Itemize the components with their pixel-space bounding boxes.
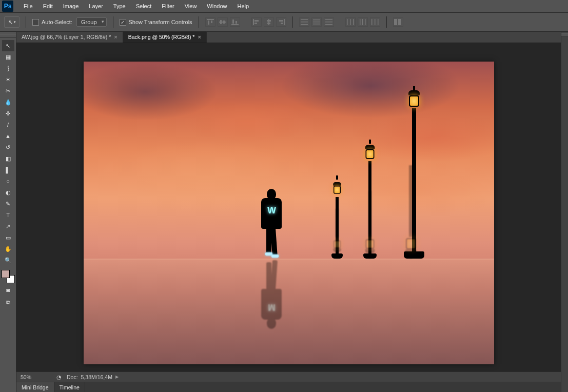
pen-tool[interactable]: ✎ xyxy=(2,198,14,209)
tab-document-2[interactable]: Back.png @ 50% (RGB/8) * × xyxy=(123,31,207,43)
menu-view[interactable]: View xyxy=(180,1,202,11)
foreground-color-swatch[interactable] xyxy=(2,270,10,278)
app-logo: Ps xyxy=(2,1,13,12)
distribute-left-icon[interactable] xyxy=(345,17,356,27)
menu-select[interactable]: Select xyxy=(131,1,157,11)
separator xyxy=(113,16,113,28)
align-right-icon[interactable] xyxy=(276,17,286,27)
history-brush-tool[interactable]: ↺ xyxy=(2,142,14,153)
distribute-bottom-icon[interactable] xyxy=(324,17,334,27)
panel-grip[interactable] xyxy=(0,34,16,38)
checkbox-icon xyxy=(120,19,126,26)
gradient-tool[interactable]: ▌ xyxy=(2,164,14,175)
path-select-tool[interactable]: ↗ xyxy=(2,221,14,232)
quick-mask-icon[interactable]: ◙ xyxy=(2,284,14,296)
svg-rect-18 xyxy=(301,19,308,20)
svg-rect-19 xyxy=(301,22,308,23)
auto-select-checkbox[interactable]: Auto-Select: xyxy=(32,19,72,26)
separator xyxy=(199,16,199,28)
distribute-top-icon[interactable] xyxy=(299,17,309,27)
screen-mode-icon[interactable]: ⧉ xyxy=(2,297,14,308)
distribute-group-1 xyxy=(299,17,334,27)
figure-reflection: M xyxy=(256,267,287,329)
svg-rect-26 xyxy=(325,24,332,25)
dock-grip[interactable] xyxy=(561,33,568,37)
svg-rect-34 xyxy=(375,19,376,25)
ground-reflection xyxy=(84,259,494,365)
svg-rect-37 xyxy=(398,19,401,25)
align-vcenter-icon[interactable] xyxy=(218,17,228,27)
align-hcenter-icon[interactable] xyxy=(264,17,274,27)
heal-tool[interactable]: ✜ xyxy=(2,108,14,119)
hand-tool[interactable]: ✋ xyxy=(2,243,14,254)
type-tool[interactable]: T xyxy=(2,209,14,221)
blur-tool[interactable]: ○ xyxy=(2,175,14,187)
menu-file[interactable]: File xyxy=(18,1,38,11)
tab-label: AW.jpg @ 66,7% (Layer 1, RGB/8#) * xyxy=(22,34,111,40)
eraser-tool[interactable]: ◧ xyxy=(2,153,14,164)
distribute-hcenter-icon[interactable] xyxy=(358,17,368,27)
svg-rect-10 xyxy=(254,20,259,22)
status-icon[interactable]: ◔ xyxy=(56,374,62,380)
close-icon[interactable]: × xyxy=(198,34,201,40)
menu-image[interactable]: Image xyxy=(58,1,84,11)
show-transform-checkbox[interactable]: Show Transform Controls xyxy=(120,19,192,26)
canvas-viewport[interactable]: W M xyxy=(16,43,561,371)
svg-rect-5 xyxy=(223,21,225,24)
marquee-tool[interactable]: ▦ xyxy=(2,51,14,63)
svg-rect-31 xyxy=(362,19,363,25)
distribute-group-2 xyxy=(345,17,380,27)
menu-type[interactable]: Type xyxy=(108,1,131,11)
auto-align-icon[interactable] xyxy=(393,17,403,27)
auto-select-label: Auto-Select: xyxy=(42,19,72,25)
tab-timeline[interactable]: Timeline xyxy=(54,382,85,393)
svg-rect-0 xyxy=(207,19,214,20)
right-dock-collapsed[interactable] xyxy=(561,32,568,392)
svg-rect-22 xyxy=(313,22,320,23)
current-tool-icon[interactable]: ↖▾ xyxy=(4,16,19,28)
separator xyxy=(386,16,387,28)
distribute-right-icon[interactable] xyxy=(370,17,380,27)
svg-rect-30 xyxy=(360,19,361,25)
eyedropper-tool[interactable]: 💧 xyxy=(2,96,14,108)
menu-help[interactable]: Help xyxy=(232,1,254,11)
svg-rect-8 xyxy=(236,21,237,24)
color-swatches[interactable] xyxy=(2,270,15,283)
lasso-tool[interactable]: ⟆ xyxy=(2,63,14,74)
stamp-tool[interactable]: ▲ xyxy=(2,130,14,142)
svg-rect-9 xyxy=(253,19,254,25)
doc-info[interactable]: Doc: 5,38M/16,4M ▶ xyxy=(67,374,119,380)
svg-rect-36 xyxy=(394,19,397,25)
show-transform-label: Show Transform Controls xyxy=(129,19,192,25)
move-tool[interactable]: ↖ xyxy=(2,40,14,51)
align-top-icon[interactable] xyxy=(205,17,216,27)
svg-rect-17 xyxy=(281,23,283,24)
tab-mini-bridge[interactable]: Mini Bridge xyxy=(16,382,54,393)
zoom-level[interactable]: 50% xyxy=(21,374,51,380)
menu-window[interactable]: Window xyxy=(202,1,232,11)
svg-rect-2 xyxy=(211,21,212,23)
chevron-right-icon[interactable]: ▶ xyxy=(115,375,119,379)
menu-filter[interactable]: Filter xyxy=(156,1,179,11)
distribute-vcenter-icon[interactable] xyxy=(311,17,322,27)
crop-tool[interactable]: ✂ xyxy=(2,85,14,96)
dodge-tool[interactable]: ◐ xyxy=(2,187,14,198)
tab-document-1[interactable]: AW.jpg @ 66,7% (Layer 1, RGB/8#) * × xyxy=(16,31,123,43)
document-tabs: AW.jpg @ 66,7% (Layer 1, RGB/8#) * × Bac… xyxy=(16,32,561,43)
close-icon[interactable]: × xyxy=(114,34,117,40)
auto-select-mode-dropdown[interactable]: Group xyxy=(76,17,107,27)
brush-tool[interactable]: / xyxy=(2,119,14,130)
shape-tool[interactable]: ▭ xyxy=(2,232,14,243)
align-bottom-icon[interactable] xyxy=(230,17,240,27)
figure-logo-reflection: M xyxy=(268,302,275,312)
tools-panel: ↖▦⟆✶✂💧✜/▲↺◧▌○◐✎T↗▭✋🔍 ◙ ⧉ xyxy=(0,32,16,392)
separator xyxy=(26,16,26,28)
quick-select-tool[interactable]: ✶ xyxy=(2,74,14,85)
svg-rect-25 xyxy=(325,22,332,23)
align-left-icon[interactable] xyxy=(251,17,262,27)
menu-edit[interactable]: Edit xyxy=(38,1,58,11)
separator xyxy=(292,16,293,28)
menu-layer[interactable]: Layer xyxy=(84,1,108,11)
zoom-tool[interactable]: 🔍 xyxy=(2,254,14,266)
svg-rect-23 xyxy=(313,24,320,25)
